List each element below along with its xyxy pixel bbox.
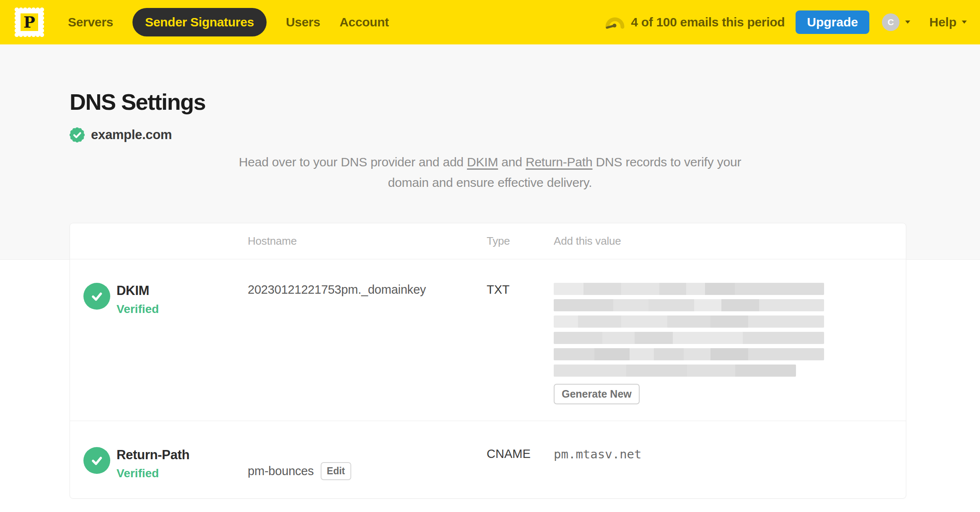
description-text: and (498, 155, 526, 169)
return-path-hostname: pm-bounces (248, 464, 314, 478)
upgrade-button[interactable]: Upgrade (796, 10, 869, 34)
usage-text: 4 of 100 emails this period (631, 15, 785, 29)
column-header-add-this-value: Add this value (554, 235, 906, 248)
nav-item-sender-signatures[interactable]: Sender Signatures (132, 8, 267, 36)
page-title: DNS Settings (70, 89, 205, 115)
generate-new-button[interactable]: Generate New (554, 384, 640, 404)
description-text: Head over to your DNS provider and add (239, 155, 467, 169)
table-header: Hostname Type Add this value (70, 223, 906, 259)
nav-item-users[interactable]: Users (286, 15, 320, 29)
return-path-record-type: CNAME (487, 421, 554, 499)
verified-domain: example.com (69, 127, 172, 143)
status-badge: Verified (117, 303, 159, 316)
column-header-hostname: Hostname (248, 235, 487, 248)
primary-nav: Servers Sender Signatures Users Account (68, 8, 389, 36)
help-label: Help (929, 15, 957, 29)
redacted-line (554, 315, 824, 328)
verified-seal-icon (69, 127, 86, 143)
usage-gauge-icon (605, 15, 625, 30)
return-path-link[interactable]: Return-Path (526, 155, 593, 169)
postmark-logo-icon[interactable]: P (13, 5, 46, 39)
redacted-line (554, 299, 824, 311)
redacted-line (554, 332, 824, 344)
dkim-record-type: TXT (487, 259, 554, 421)
redacted-line (554, 348, 824, 360)
dkim-value-cell: Generate New (554, 259, 906, 421)
table-row-return-path: Return-Path Verified pm-bounces Edit CNA… (70, 421, 906, 499)
record-name: Return-Path (117, 447, 189, 463)
dkim-value-redacted (554, 283, 906, 377)
dkim-link[interactable]: DKIM (467, 155, 498, 169)
nav-item-account[interactable]: Account (340, 15, 389, 29)
nav-item-servers[interactable]: Servers (68, 15, 113, 29)
verified-check-icon (83, 283, 110, 310)
help-menu[interactable]: Help (929, 15, 967, 29)
table-row-dkim: DKIM Verified 20230121221753pm._domainke… (70, 259, 906, 421)
redacted-line (554, 365, 796, 377)
chevron-down-icon (961, 20, 967, 24)
edit-button[interactable]: Edit (321, 462, 351, 480)
redacted-line (554, 283, 824, 295)
status-badge: Verified (117, 467, 189, 480)
column-header-type: Type (487, 235, 554, 248)
account-menu[interactable]: C (882, 13, 911, 31)
record-name: DKIM (117, 283, 159, 298)
nav-right-cluster: 4 of 100 emails this period Upgrade C He… (605, 10, 967, 34)
svg-text:P: P (23, 13, 35, 31)
chevron-down-icon (905, 20, 911, 24)
dns-records-card: Hostname Type Add this value DKIM Verifi… (70, 223, 906, 499)
domain-name: example.com (91, 127, 172, 142)
page-description: Head over to your DNS provider and add D… (0, 152, 980, 193)
avatar[interactable]: C (882, 13, 900, 31)
return-path-value: pm.mtasv.net (554, 421, 906, 499)
top-nav: P Servers Sender Signatures Users Accoun… (0, 0, 980, 44)
verified-check-icon (83, 447, 110, 474)
dkim-hostname: 20230121221753pm._domainkey (248, 259, 487, 421)
